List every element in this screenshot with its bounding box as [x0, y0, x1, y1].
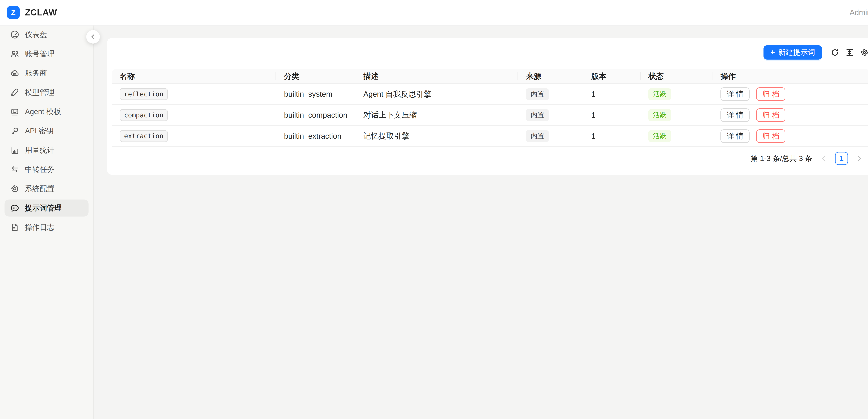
prompt-name-tag: extraction	[120, 130, 168, 142]
key-icon	[10, 126, 19, 136]
sidebar-item-providers[interactable]: 服务商	[4, 65, 89, 82]
detail-button[interactable]: 详 情	[720, 129, 750, 143]
table-header-row: 名称 分类 描述 来源 版本 状态 操作	[112, 69, 868, 84]
brand-name: ZCLAW	[25, 7, 57, 18]
sidebar-item-dashboard[interactable]: 仪表盘	[4, 26, 89, 43]
prompt-description: 对话上下文压缩	[355, 105, 518, 126]
app-window: Z ZCLAW Admin 仪表盘 账号管理	[0, 0, 868, 419]
pagination: 第 1-3 条/总共 3 条 1	[112, 152, 868, 165]
archive-button[interactable]: 归 档	[756, 129, 785, 143]
prompt-version: 1	[583, 84, 641, 105]
chevron-left-icon	[90, 34, 96, 40]
plug-icon	[10, 88, 19, 97]
column-header-source: 来源	[518, 69, 583, 84]
detail-button[interactable]: 详 情	[720, 87, 750, 101]
status-badge: 活跃	[648, 130, 671, 142]
sidebar-item-label: API 密钥	[25, 126, 54, 136]
prompt-name-tag: reflection	[120, 88, 168, 100]
prompt-description: 记忆提取引擎	[355, 126, 518, 147]
column-header-name: 名称	[112, 69, 276, 84]
column-settings-icon[interactable]	[860, 48, 868, 57]
plus-icon: +	[770, 49, 775, 56]
sidebar-item-models[interactable]: 模型管理	[4, 84, 89, 101]
brand-logo-letter: Z	[11, 8, 16, 17]
sidebar-item-label: 系统配置	[25, 184, 55, 194]
status-badge: 活跃	[648, 109, 671, 121]
table-tool-icons	[831, 48, 868, 57]
bar-chart-icon	[10, 146, 19, 155]
source-tag: 内置	[526, 109, 549, 121]
sidebar-item-label: 操作日志	[25, 222, 55, 232]
sidebar-item-label: 模型管理	[25, 87, 55, 97]
table-row: extraction builtin_extraction 记忆提取引擎 内置 …	[112, 126, 868, 147]
gauge-icon	[10, 30, 19, 39]
swap-icon	[10, 165, 19, 174]
prompt-table: 名称 分类 描述 来源 版本 状态 操作 reflection builtin_	[112, 69, 868, 147]
user-menu[interactable]: Admin	[849, 8, 868, 17]
sidebar-item-label: 用量统计	[25, 145, 55, 155]
sidebar-item-relay-tasks[interactable]: 中转任务	[4, 161, 89, 178]
sidebar-item-label: 提示词管理	[25, 203, 62, 213]
sidebar-item-api-keys[interactable]: API 密钥	[4, 122, 89, 140]
column-header-description: 描述	[355, 69, 518, 84]
pagination-page-1[interactable]: 1	[835, 152, 848, 165]
table-toolbar: + 新建提示词	[112, 45, 868, 60]
sidebar-item-label: 仪表盘	[25, 30, 47, 39]
sidebar-item-prompt-management[interactable]: 提示词管理	[4, 200, 89, 216]
gear-icon	[10, 184, 19, 193]
detail-button[interactable]: 详 情	[720, 108, 750, 122]
sidebar-item-label: 中转任务	[25, 164, 55, 175]
column-header-category: 分类	[276, 69, 355, 84]
sidebar-item-agent-templates[interactable]: Agent 模板	[4, 103, 89, 120]
prompt-version: 1	[583, 126, 641, 147]
reload-icon[interactable]	[831, 48, 840, 57]
prompt-category: builtin_system	[276, 84, 355, 105]
source-tag: 内置	[526, 130, 549, 142]
sidebar-collapse-button[interactable]	[86, 30, 100, 43]
pagination-next-icon[interactable]	[853, 152, 866, 165]
table-row: reflection builtin_system Agent 自我反思引擎 内…	[112, 84, 868, 105]
prompt-table-card: + 新建提示词	[107, 38, 868, 175]
prompt-category: builtin_compaction	[276, 105, 355, 126]
new-prompt-button[interactable]: + 新建提示词	[764, 45, 822, 60]
file-icon	[10, 223, 19, 232]
sidebar-item-label: Agent 模板	[25, 107, 61, 117]
status-badge: 活跃	[648, 88, 671, 100]
robot-icon	[10, 107, 19, 116]
pagination-summary: 第 1-3 条/总共 3 条	[750, 153, 812, 163]
main-content: + 新建提示词	[94, 26, 868, 419]
source-tag: 内置	[526, 88, 549, 100]
sidebar-item-accounts[interactable]: 账号管理	[4, 45, 89, 62]
prompt-description: Agent 自我反思引擎	[355, 84, 518, 105]
users-icon	[10, 49, 19, 58]
density-icon[interactable]	[845, 48, 854, 57]
pagination-prev-icon[interactable]	[817, 152, 830, 165]
prompt-version: 1	[583, 105, 641, 126]
sidebar-item-label: 服务商	[25, 68, 47, 78]
column-header-status: 状态	[641, 69, 713, 84]
sidebar: 仪表盘 账号管理 服务商 模型管理	[0, 26, 94, 419]
topbar: Z ZCLAW Admin	[0, 0, 868, 26]
cloud-icon	[10, 68, 19, 78]
archive-button[interactable]: 归 档	[756, 87, 785, 101]
sidebar-item-system-config[interactable]: 系统配置	[4, 180, 89, 197]
sidebar-item-usage-stats[interactable]: 用量统计	[4, 142, 89, 159]
sidebar-item-label: 账号管理	[25, 49, 55, 59]
new-prompt-button-label: 新建提示词	[778, 48, 815, 58]
column-header-actions: 操作	[712, 69, 868, 84]
prompt-category: builtin_extraction	[276, 126, 355, 147]
table-row: compaction builtin_compaction 对话上下文压缩 内置…	[112, 105, 868, 126]
brand-logo: Z	[7, 6, 20, 19]
column-header-version: 版本	[583, 69, 641, 84]
archive-button[interactable]: 归 档	[756, 108, 785, 122]
chat-icon	[10, 204, 19, 213]
sidebar-item-operation-logs[interactable]: 操作日志	[4, 219, 89, 236]
prompt-name-tag: compaction	[120, 109, 168, 121]
